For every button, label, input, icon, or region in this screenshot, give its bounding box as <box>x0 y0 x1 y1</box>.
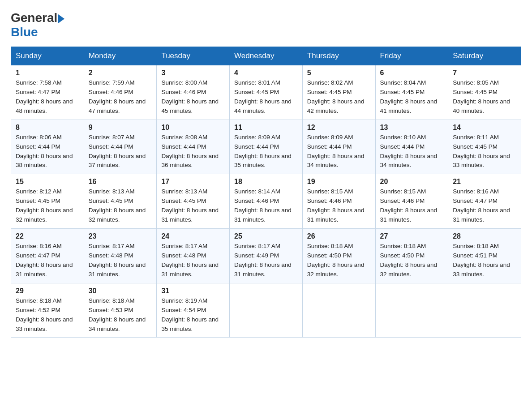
calendar-cell <box>375 283 448 338</box>
calendar-week-row: 15Sunrise: 8:12 AMSunset: 4:45 PMDayligh… <box>11 174 521 229</box>
column-header-thursday: Thursday <box>302 47 375 65</box>
day-info: Sunrise: 8:18 AMSunset: 4:52 PMDaylight:… <box>16 296 79 334</box>
day-number: 3 <box>161 69 225 77</box>
day-info: Sunrise: 8:00 AMSunset: 4:46 PMDaylight:… <box>161 78 225 116</box>
calendar-cell: 18Sunrise: 8:14 AMSunset: 4:46 PMDayligh… <box>230 174 303 229</box>
day-info: Sunrise: 8:17 AMSunset: 4:48 PMDaylight:… <box>161 242 225 279</box>
logo-text-general: General <box>11 11 57 25</box>
column-header-sunday: Sunday <box>11 47 84 65</box>
calendar-cell: 20Sunrise: 8:15 AMSunset: 4:46 PMDayligh… <box>375 174 448 229</box>
day-number: 2 <box>89 69 152 77</box>
calendar-cell: 12Sunrise: 8:09 AMSunset: 4:44 PMDayligh… <box>302 120 375 174</box>
column-header-tuesday: Tuesday <box>157 47 230 65</box>
day-info: Sunrise: 8:16 AMSunset: 4:47 PMDaylight:… <box>16 242 79 279</box>
column-header-friday: Friday <box>375 47 448 65</box>
logo-text-blue: Blue <box>11 25 38 39</box>
day-number: 18 <box>234 178 298 186</box>
calendar-cell: 16Sunrise: 8:13 AMSunset: 4:45 PMDayligh… <box>84 174 157 229</box>
day-number: 16 <box>89 178 152 186</box>
day-number: 5 <box>307 69 371 77</box>
day-number: 9 <box>89 124 152 132</box>
day-info: Sunrise: 8:14 AMSunset: 4:46 PMDaylight:… <box>234 187 298 225</box>
day-info: Sunrise: 8:09 AMSunset: 4:44 PMDaylight:… <box>307 133 371 171</box>
day-number: 24 <box>161 232 225 240</box>
calendar-cell: 29Sunrise: 8:18 AMSunset: 4:52 PMDayligh… <box>11 283 84 338</box>
calendar-cell <box>302 283 375 338</box>
calendar-cell: 11Sunrise: 8:09 AMSunset: 4:44 PMDayligh… <box>230 120 303 174</box>
day-info: Sunrise: 8:18 AMSunset: 4:50 PMDaylight:… <box>307 242 371 279</box>
calendar-cell: 27Sunrise: 8:18 AMSunset: 4:50 PMDayligh… <box>375 229 448 283</box>
calendar-week-row: 29Sunrise: 8:18 AMSunset: 4:52 PMDayligh… <box>11 283 521 338</box>
day-info: Sunrise: 8:15 AMSunset: 4:46 PMDaylight:… <box>307 187 371 225</box>
column-header-monday: Monday <box>84 47 157 65</box>
calendar-cell: 5Sunrise: 8:02 AMSunset: 4:45 PMDaylight… <box>302 65 375 120</box>
day-info: Sunrise: 8:18 AMSunset: 4:50 PMDaylight:… <box>380 242 444 279</box>
day-number: 1 <box>16 69 79 77</box>
day-info: Sunrise: 8:08 AMSunset: 4:44 PMDaylight:… <box>161 133 225 171</box>
calendar-cell: 13Sunrise: 8:10 AMSunset: 4:44 PMDayligh… <box>375 120 448 174</box>
day-info: Sunrise: 8:07 AMSunset: 4:44 PMDaylight:… <box>89 133 152 171</box>
day-number: 23 <box>89 232 152 240</box>
day-info: Sunrise: 8:16 AMSunset: 4:47 PMDaylight:… <box>453 187 516 225</box>
logo: General Blue <box>11 11 64 39</box>
calendar-cell: 24Sunrise: 8:17 AMSunset: 4:48 PMDayligh… <box>157 229 230 283</box>
column-header-saturday: Saturday <box>448 47 521 65</box>
calendar-cell: 2Sunrise: 7:59 AMSunset: 4:46 PMDaylight… <box>84 65 157 120</box>
calendar-cell: 19Sunrise: 8:15 AMSunset: 4:46 PMDayligh… <box>302 174 375 229</box>
calendar-cell: 22Sunrise: 8:16 AMSunset: 4:47 PMDayligh… <box>11 229 84 283</box>
calendar-cell: 26Sunrise: 8:18 AMSunset: 4:50 PMDayligh… <box>302 229 375 283</box>
day-number: 15 <box>16 178 79 186</box>
calendar-cell: 25Sunrise: 8:17 AMSunset: 4:49 PMDayligh… <box>230 229 303 283</box>
day-number: 30 <box>89 287 152 295</box>
day-number: 7 <box>453 69 516 77</box>
calendar-cell: 31Sunrise: 8:19 AMSunset: 4:54 PMDayligh… <box>157 283 230 338</box>
day-number: 14 <box>453 124 516 132</box>
day-info: Sunrise: 8:17 AMSunset: 4:48 PMDaylight:… <box>89 242 152 279</box>
calendar-cell: 15Sunrise: 8:12 AMSunset: 4:45 PMDayligh… <box>11 174 84 229</box>
day-number: 22 <box>16 232 79 240</box>
calendar-cell: 8Sunrise: 8:06 AMSunset: 4:44 PMDaylight… <box>11 120 84 174</box>
calendar-table: SundayMondayTuesdayWednesdayThursdayFrid… <box>11 47 521 338</box>
calendar-header-row: SundayMondayTuesdayWednesdayThursdayFrid… <box>11 47 521 65</box>
day-info: Sunrise: 8:13 AMSunset: 4:45 PMDaylight:… <box>161 187 225 225</box>
day-number: 6 <box>380 69 444 77</box>
calendar-cell: 28Sunrise: 8:18 AMSunset: 4:51 PMDayligh… <box>448 229 521 283</box>
calendar-cell: 30Sunrise: 8:18 AMSunset: 4:53 PMDayligh… <box>84 283 157 338</box>
calendar-cell: 14Sunrise: 8:11 AMSunset: 4:45 PMDayligh… <box>448 120 521 174</box>
calendar-week-row: 22Sunrise: 8:16 AMSunset: 4:47 PMDayligh… <box>11 229 521 283</box>
day-info: Sunrise: 8:12 AMSunset: 4:45 PMDaylight:… <box>16 187 79 225</box>
day-info: Sunrise: 8:11 AMSunset: 4:45 PMDaylight:… <box>453 133 516 171</box>
calendar-cell: 9Sunrise: 8:07 AMSunset: 4:44 PMDaylight… <box>84 120 157 174</box>
day-number: 28 <box>453 232 516 240</box>
calendar-cell <box>448 283 521 338</box>
calendar-cell: 23Sunrise: 8:17 AMSunset: 4:48 PMDayligh… <box>84 229 157 283</box>
day-info: Sunrise: 8:18 AMSunset: 4:51 PMDaylight:… <box>453 242 516 279</box>
day-number: 11 <box>234 124 298 132</box>
day-info: Sunrise: 7:58 AMSunset: 4:47 PMDaylight:… <box>16 78 79 116</box>
day-number: 29 <box>16 287 79 295</box>
logo-arrow-icon <box>58 14 64 23</box>
day-info: Sunrise: 8:01 AMSunset: 4:45 PMDaylight:… <box>234 78 298 116</box>
day-info: Sunrise: 8:19 AMSunset: 4:54 PMDaylight:… <box>161 296 225 334</box>
column-header-wednesday: Wednesday <box>230 47 303 65</box>
day-info: Sunrise: 8:06 AMSunset: 4:44 PMDaylight:… <box>16 133 79 171</box>
day-info: Sunrise: 8:17 AMSunset: 4:49 PMDaylight:… <box>234 242 298 279</box>
calendar-cell <box>230 283 303 338</box>
day-info: Sunrise: 8:13 AMSunset: 4:45 PMDaylight:… <box>89 187 152 225</box>
day-number: 19 <box>307 178 371 186</box>
calendar-week-row: 1Sunrise: 7:58 AMSunset: 4:47 PMDaylight… <box>11 65 521 120</box>
day-number: 12 <box>307 124 371 132</box>
calendar-cell: 4Sunrise: 8:01 AMSunset: 4:45 PMDaylight… <box>230 65 303 120</box>
day-number: 13 <box>380 124 444 132</box>
calendar-cell: 21Sunrise: 8:16 AMSunset: 4:47 PMDayligh… <box>448 174 521 229</box>
day-number: 10 <box>161 124 225 132</box>
day-number: 17 <box>161 178 225 186</box>
calendar-cell: 7Sunrise: 8:05 AMSunset: 4:45 PMDaylight… <box>448 65 521 120</box>
day-number: 8 <box>16 124 79 132</box>
calendar-cell: 6Sunrise: 8:04 AMSunset: 4:45 PMDaylight… <box>375 65 448 120</box>
day-info: Sunrise: 7:59 AMSunset: 4:46 PMDaylight:… <box>89 78 152 116</box>
calendar-cell: 1Sunrise: 7:58 AMSunset: 4:47 PMDaylight… <box>11 65 84 120</box>
day-number: 4 <box>234 69 298 77</box>
day-info: Sunrise: 8:04 AMSunset: 4:45 PMDaylight:… <box>380 78 444 116</box>
day-info: Sunrise: 8:15 AMSunset: 4:46 PMDaylight:… <box>380 187 444 225</box>
